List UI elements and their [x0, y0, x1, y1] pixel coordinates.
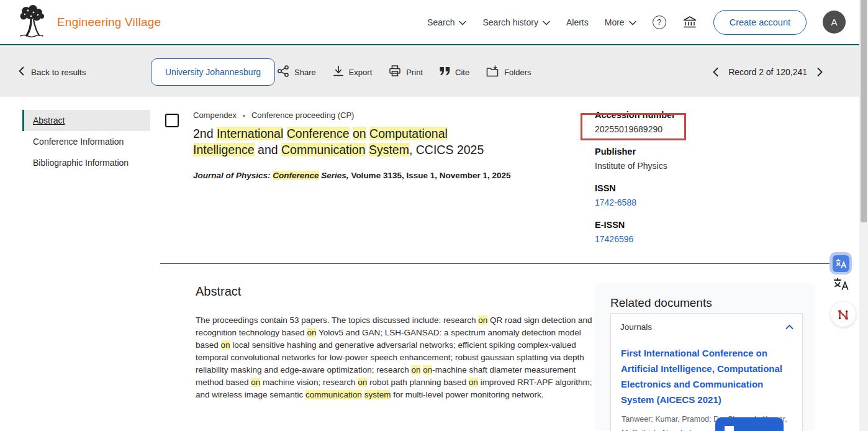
- abstract-text: The proceedings contain 53 papers. The t…: [196, 314, 598, 401]
- record-section-nav: Abstract Conference Information Bibliogr…: [22, 110, 150, 173]
- question-circle-icon[interactable]: ?: [653, 16, 666, 29]
- bank-icon[interactable]: [682, 16, 697, 29]
- speech-bubble-icon: [723, 425, 735, 431]
- chevron-down-icon: [543, 17, 550, 27]
- nav-search-history[interactable]: Search history: [482, 17, 549, 27]
- export-button[interactable]: Export: [333, 65, 373, 79]
- cite-button[interactable]: Cite: [440, 65, 469, 79]
- printer-icon: [389, 65, 401, 79]
- browser-extension-buttons: [830, 252, 856, 327]
- record-toolbar: Back to results University Johannesburg …: [0, 47, 868, 97]
- record-pagination: Record 2 of 120,241: [713, 67, 823, 77]
- create-account-button[interactable]: Create account: [713, 10, 807, 35]
- abstract-section: Abstract The proceedings contain 53 pape…: [196, 284, 598, 401]
- meta-issn: ISSN 1742-6588: [595, 183, 800, 208]
- avatar[interactable]: A: [823, 11, 846, 34]
- language-translate-icon[interactable]: [833, 277, 856, 293]
- abstract-heading: Abstract: [196, 284, 598, 299]
- scrollbar-thumb[interactable]: [861, 0, 867, 222]
- next-record-button[interactable]: [817, 68, 823, 76]
- folders-button[interactable]: Folders: [486, 65, 531, 79]
- record-select-checkbox[interactable]: [165, 114, 179, 127]
- sidebar-item-abstract[interactable]: Abstract: [22, 110, 150, 131]
- page-scrollbar: [859, 0, 868, 431]
- institution-button[interactable]: University Johannesburg: [151, 58, 275, 86]
- print-button[interactable]: Print: [389, 65, 423, 79]
- record-kicker: Compendex • Conference proceeding (CP): [193, 111, 597, 120]
- share-button[interactable]: Share: [277, 65, 316, 79]
- related-documents-panel: Related documents Journals First Interna…: [595, 283, 815, 431]
- back-to-results-button[interactable]: Back to results: [19, 66, 86, 77]
- folder-add-icon: [486, 65, 499, 79]
- database-label: Compendex: [193, 111, 237, 120]
- nav-more[interactable]: More: [605, 17, 636, 27]
- nav-alerts[interactable]: Alerts: [566, 17, 589, 27]
- section-divider: [160, 263, 834, 264]
- related-journals-card: Journals First International Conference …: [610, 313, 803, 431]
- document-type-label: Conference proceeding (CP): [251, 111, 354, 120]
- chevron-down-icon: [459, 17, 466, 27]
- separator-dot: •: [243, 112, 245, 119]
- feedback-button[interactable]: [715, 417, 784, 431]
- sidebar-item-conference-information[interactable]: Conference Information: [22, 131, 150, 152]
- download-icon: [333, 65, 344, 79]
- meta-publisher: Publisher Institute of Physics: [595, 147, 800, 171]
- engineering-village-record-page: Engineering Village Search Search histor…: [0, 0, 868, 431]
- meta-accession-number: Accession number 20255019689290: [595, 110, 800, 135]
- brand-name: Engineering Village: [57, 16, 161, 29]
- quotation-icon: [440, 66, 450, 77]
- elsevier-tree-logo: [17, 4, 46, 40]
- record-meta: Accession number 20255019689290 Publishe…: [595, 110, 800, 256]
- chevron-up-icon: [785, 321, 793, 332]
- record-count-label: Record 2 of 120,241: [728, 67, 807, 77]
- sidebar-item-bibliographic-information[interactable]: Bibliographic Information: [22, 152, 150, 173]
- previous-record-button[interactable]: [713, 68, 718, 76]
- chevron-left-icon: [19, 66, 24, 77]
- meta-eissn: E-ISSN 17426596: [595, 220, 800, 245]
- header-nav: Search Search history Alerts More ?: [427, 10, 846, 35]
- journals-group-toggle[interactable]: Journals: [611, 314, 802, 337]
- nav-search[interactable]: Search: [427, 17, 466, 27]
- translate-icon[interactable]: [830, 252, 852, 274]
- toolbar-actions: Share Export Print: [277, 65, 531, 79]
- network-graph-icon[interactable]: [831, 302, 856, 327]
- issn-link[interactable]: 1742-6588: [595, 197, 800, 208]
- brand[interactable]: Engineering Village: [17, 4, 161, 40]
- related-document-link[interactable]: First International Conference on Artifi…: [621, 345, 789, 407]
- record-header: Compendex • Conference proceeding (CP) 2…: [193, 111, 597, 180]
- chevron-down-icon: [629, 17, 636, 27]
- related-documents-heading: Related documents: [610, 296, 815, 310]
- share-nodes-icon: [277, 65, 289, 79]
- journals-group-label: Journals: [620, 322, 652, 332]
- record-title: 2nd International Conference on Computat…: [193, 125, 507, 158]
- app-header: Engineering Village Search Search histor…: [0, 0, 868, 45]
- eissn-link[interactable]: 17426596: [595, 234, 800, 245]
- source-line: Journal of Physics: Conference Series, V…: [193, 171, 597, 180]
